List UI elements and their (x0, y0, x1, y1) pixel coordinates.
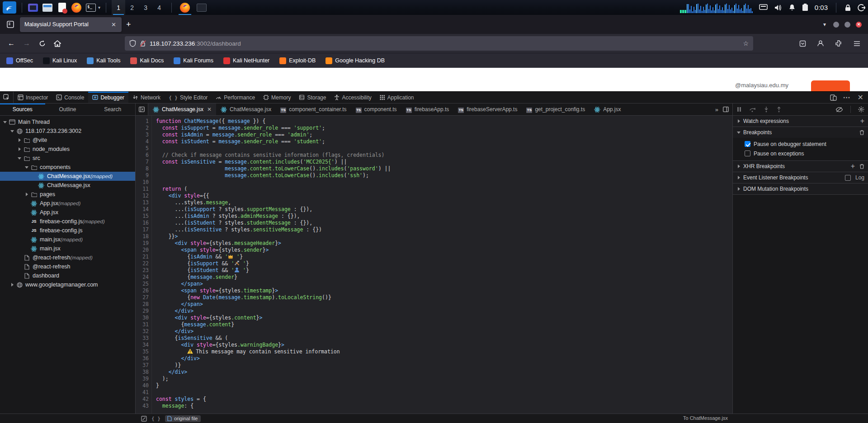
step-out-icon[interactable] (776, 107, 782, 113)
editor-tab-firebaseserverapp-ts[interactable]: TSfirebaseServerApp.ts (453, 103, 522, 115)
section-header[interactable]: XHR Breakpoints+ (733, 161, 868, 172)
line-number[interactable]: 4 (136, 138, 149, 145)
workspace-button-2[interactable]: 2 (125, 0, 139, 15)
file-manager-icon[interactable] (42, 2, 53, 13)
line-number[interactable]: 32 (136, 328, 149, 335)
line-number[interactable]: 31 (136, 321, 149, 328)
checkbox-unchecked[interactable] (745, 150, 750, 156)
menu-hamburger-icon[interactable] (850, 37, 863, 50)
editor-tab-firebaseapp-ts[interactable]: TSfirebaseApp.ts (401, 103, 454, 115)
line-number[interactable]: 1 (136, 118, 149, 125)
account-icon[interactable] (814, 37, 827, 50)
clock[interactable]: 0:03 (815, 4, 828, 11)
tree-item--react-refresh[interactable]: @react-refresh(mapped) (0, 253, 135, 262)
insecure-lock-icon[interactable] (140, 40, 146, 47)
caret-right-icon[interactable] (10, 282, 14, 287)
line-number[interactable]: 35 (136, 348, 149, 355)
line-number[interactable]: 25 (136, 281, 149, 287)
editor-tab-component-ts[interactable]: TScomponent.ts (351, 103, 401, 115)
more-tabs-chevron-icon[interactable]: » (715, 106, 718, 113)
list-all-tabs-icon[interactable]: ▾ (823, 21, 826, 28)
tab-close-icon[interactable]: ✕ (110, 21, 117, 28)
window-maximize-button[interactable] (844, 22, 850, 28)
workspace-button-3[interactable]: 3 (139, 0, 152, 15)
log-checkbox[interactable] (845, 175, 851, 181)
sources-panel-tab-outline[interactable]: Outline (45, 103, 90, 115)
app-launcher-window[interactable] (28, 2, 38, 13)
tree-item--react-refresh[interactable]: @react-refresh (0, 262, 135, 271)
tree-item-chatmessage-jsx[interactable]: ChatMessage.jsx(mapped) (0, 172, 135, 181)
section-header[interactable]: DOM Mutation Breakpoints (733, 183, 868, 194)
line-number[interactable]: 43 (136, 403, 149, 409)
breakpoint-option[interactable]: Pause on exceptions (733, 149, 868, 158)
devtools-tab-network[interactable]: Network (128, 92, 165, 103)
line-number[interactable]: 20 (136, 247, 149, 254)
tree-item-firebase-config-js[interactable]: JSfirebase-config.js(mapped) (0, 217, 135, 226)
collapse-sidebar-icon[interactable] (136, 103, 148, 115)
section-header[interactable]: Watch expressions+ (733, 116, 868, 127)
line-number[interactable]: 14 (136, 206, 149, 213)
close-tab-icon[interactable]: ✕ (207, 106, 212, 113)
forward-button[interactable]: → (20, 37, 33, 50)
tree-item-chatmessage-jsx[interactable]: ChatMessage.jsx (0, 181, 135, 190)
line-number[interactable]: 9 (136, 172, 149, 179)
line-number[interactable]: 17 (136, 226, 149, 233)
line-number[interactable]: 30 (136, 315, 149, 321)
extensions-icon[interactable] (832, 37, 845, 50)
line-number[interactable]: 6 (136, 152, 149, 159)
line-number[interactable]: 2 (136, 125, 149, 132)
devtools-tab-console[interactable]: Console (52, 92, 88, 103)
line-number[interactable]: 28 (136, 301, 149, 308)
line-number[interactable]: 11 (136, 186, 149, 193)
caret-right-icon[interactable] (736, 187, 741, 191)
display-icon[interactable] (759, 4, 768, 11)
tree-item-src[interactable]: src (0, 154, 135, 163)
reload-button[interactable] (35, 37, 49, 50)
caret-down-icon[interactable] (24, 165, 29, 169)
lock-screen-icon[interactable] (844, 4, 851, 11)
line-number[interactable]: 38 (136, 369, 149, 376)
caret-right-icon[interactable] (17, 138, 22, 142)
terminal-launcher-icon[interactable]: $_ (85, 2, 96, 13)
trash-icon[interactable] (859, 164, 864, 169)
editor-tab-chatmessage-jsx[interactable]: ChatMessage.jsx (216, 103, 276, 115)
meatball-menu-icon[interactable]: ⋯ (843, 93, 851, 102)
battery-icon[interactable] (802, 4, 808, 11)
browser-tab[interactable]: MalaysiaU Support Portal ✕ (20, 17, 122, 32)
bookmark-item[interactable]: Exploit-DB (279, 57, 316, 64)
firefox-view-icon[interactable] (4, 18, 17, 31)
devtools-tab-inspector[interactable]: Inspector (14, 92, 52, 103)
source-map-icon[interactable] (141, 416, 147, 422)
bookmark-star-icon[interactable]: ☆ (743, 40, 749, 47)
line-number[interactable]: 13 (136, 199, 149, 206)
tree-item-main-jsx[interactable]: main.jsx (0, 244, 135, 253)
line-number[interactable]: 37 (136, 362, 149, 369)
caret-right-icon[interactable] (736, 119, 741, 123)
window-close-button[interactable]: ✕ (856, 22, 862, 28)
element-picker-icon[interactable] (0, 92, 14, 103)
devtools-tab-style-editor[interactable]: { }Style Editor (165, 92, 212, 103)
section-header[interactable]: Breakpoints (733, 127, 868, 138)
statusbar-mapped-link[interactable]: To ChatMessage.jsx (683, 415, 728, 421)
bookmark-item[interactable]: Google Hacking DB (326, 57, 385, 64)
tree-item-main-thread[interactable]: Main Thread (0, 118, 135, 127)
add-icon[interactable]: + (860, 118, 864, 125)
caret-down-icon[interactable] (736, 130, 741, 135)
volume-icon[interactable] (774, 4, 782, 11)
bookmark-item[interactable]: Kali NetHunter (223, 57, 269, 64)
line-number[interactable]: 24 (136, 274, 149, 281)
tree-item-pages[interactable]: pages (0, 190, 135, 199)
new-tab-button[interactable]: + (126, 20, 131, 29)
blackbox-source-icon[interactable] (835, 107, 843, 113)
editor-tab-app-jsx[interactable]: App.jsx (590, 103, 625, 115)
caret-right-icon[interactable] (736, 175, 741, 180)
line-number-gutter[interactable]: 1234567891011121314151617181920212223242… (136, 116, 152, 414)
tree-item-app-jsx[interactable]: App.jsx (0, 208, 135, 217)
workspace-button-1[interactable]: 1 (112, 0, 125, 15)
pocket-save-icon[interactable] (796, 37, 809, 50)
logout-icon[interactable] (858, 4, 865, 11)
step-over-icon[interactable] (749, 107, 756, 112)
window-minimize-button[interactable] (833, 22, 839, 28)
breakpoint-option[interactable]: Pause on debugger statement (733, 139, 868, 149)
line-number[interactable]: 5 (136, 145, 149, 152)
